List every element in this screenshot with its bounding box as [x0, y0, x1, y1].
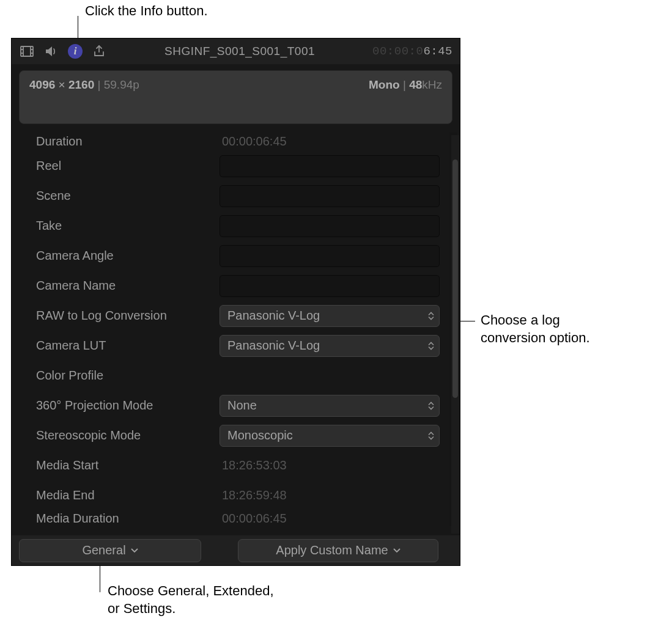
value-duration: 00:00:06:45	[220, 134, 440, 149]
chevron-down-icon	[393, 548, 401, 553]
row-raw-log: RAW to Log Conversion Panasonic V-Log	[12, 301, 449, 331]
label-media-duration: Media Duration	[36, 512, 220, 526]
label-raw-log: RAW to Log Conversion	[36, 309, 220, 323]
row-media-duration: Media Duration 00:00:06:45	[12, 510, 449, 526]
row-projection: 360° Projection Mode None	[12, 391, 449, 420]
row-color-profile: Color Profile	[12, 361, 449, 391]
select-stereo[interactable]: Monoscopic	[220, 425, 440, 447]
input-camera-name[interactable]	[220, 275, 440, 297]
properties-list: Duration 00:00:06:45 Reel Scene Take Cam…	[12, 133, 460, 526]
select-stereo-value: Monoscopic	[227, 428, 293, 442]
row-duration: Duration 00:00:06:45	[12, 133, 449, 151]
row-media-end: Media End 18:26:59:48	[12, 480, 449, 510]
value-media-end: 18:26:59:48	[220, 488, 440, 502]
clip-title: SHGINF_S001_S001_T001	[116, 45, 364, 58]
timecode-prefix: 00:00:0	[372, 45, 423, 58]
apply-custom-name-popup[interactable]: Apply Custom Name	[238, 539, 438, 562]
callout-log: Choose a log conversion option.	[481, 312, 621, 347]
scrollbar-thumb[interactable]	[452, 160, 458, 398]
chevrons-icon	[428, 401, 434, 410]
svg-rect-0	[21, 46, 33, 56]
value-media-duration: 00:00:06:45	[220, 512, 440, 526]
select-raw-log[interactable]: Panasonic V-Log	[220, 305, 440, 327]
label-stereo: Stereoscopic Mode	[36, 428, 220, 442]
label-media-end: Media End	[36, 488, 220, 502]
inspector-bottombar: General Apply Custom Name	[12, 535, 460, 565]
format-strip: 4096 × 2160 | 59.94p Mono | 48kHz	[19, 70, 452, 124]
row-camera-name: Camera Name	[12, 271, 449, 301]
share-tab-icon[interactable]	[91, 43, 107, 59]
chevron-down-icon	[131, 548, 138, 553]
row-camera-lut: Camera LUT Panasonic V-Log	[12, 331, 449, 361]
select-projection-value: None	[227, 398, 257, 413]
video-tab-icon[interactable]	[19, 43, 35, 59]
label-camera-angle: Camera Angle	[36, 249, 220, 263]
row-stereo: Stereoscopic Mode Monoscopic	[12, 420, 449, 450]
label-reel: Reel	[36, 159, 220, 173]
callout-info: Click the Info button.	[85, 2, 208, 20]
apply-custom-name-label: Apply Custom Name	[276, 543, 388, 557]
chevrons-icon	[428, 311, 434, 320]
timecode-display: 00:00:06:45	[372, 45, 452, 58]
input-take[interactable]	[220, 215, 440, 237]
label-duration: Duration	[36, 134, 220, 149]
input-reel[interactable]	[220, 155, 440, 177]
label-camera-lut: Camera LUT	[36, 339, 220, 353]
inspector-topbar: i SHGINF_S001_S001_T001 00:00:06:45	[12, 39, 460, 64]
format-resolution: 4096 × 2160 | 59.94p	[29, 78, 139, 92]
info-tab-button[interactable]: i	[68, 44, 83, 59]
callout-general: Choose General, Extended, or Settings.	[108, 582, 279, 617]
row-camera-angle: Camera Angle	[12, 241, 449, 271]
scrollbar[interactable]	[451, 135, 459, 534]
input-scene[interactable]	[220, 185, 440, 207]
chevrons-icon	[428, 431, 434, 440]
format-audio: Mono | 48kHz	[369, 78, 442, 92]
select-camera-lut[interactable]: Panasonic V-Log	[220, 335, 440, 357]
select-raw-log-value: Panasonic V-Log	[227, 309, 320, 323]
chevrons-icon	[428, 341, 434, 350]
label-camera-name: Camera Name	[36, 279, 220, 293]
audio-tab-icon[interactable]	[43, 43, 59, 59]
metadata-view-popup[interactable]: General	[19, 539, 201, 562]
select-camera-lut-value: Panasonic V-Log	[227, 339, 320, 353]
input-camera-angle[interactable]	[220, 245, 440, 267]
label-color-profile: Color Profile	[36, 369, 220, 383]
metadata-view-label: General	[82, 543, 125, 557]
label-projection: 360° Projection Mode	[36, 398, 220, 413]
timecode-end: 6:45	[423, 45, 452, 58]
inspector-panel: i SHGINF_S001_S001_T001 00:00:06:45 4096…	[11, 38, 460, 566]
select-projection[interactable]: None	[220, 395, 440, 417]
label-scene: Scene	[36, 189, 220, 203]
label-take: Take	[36, 219, 220, 233]
row-reel: Reel	[12, 151, 449, 181]
row-scene: Scene	[12, 181, 449, 211]
row-media-start: Media Start 18:26:53:03	[12, 450, 449, 480]
label-media-start: Media Start	[36, 458, 220, 472]
row-take: Take	[12, 211, 449, 241]
value-media-start: 18:26:53:03	[220, 458, 440, 472]
